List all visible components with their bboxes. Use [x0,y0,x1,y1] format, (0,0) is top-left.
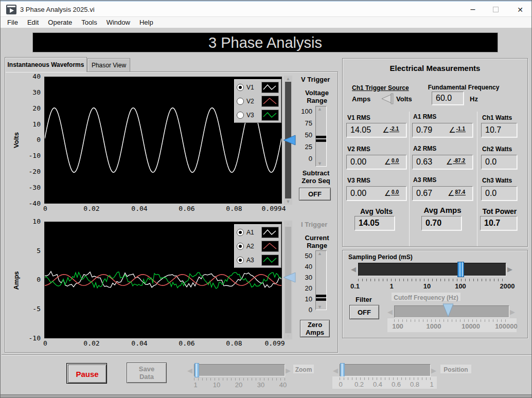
cutoff-tick: 100000 [495,322,517,330]
irange-tick: 0 [298,306,312,314]
voltage-range-slider[interactable]: ▲ ▼ [315,106,327,167]
amps-axis-label: Amps [12,266,20,295]
menu-help[interactable]: Help [135,17,158,27]
avg-amps-label: Avg Amps [412,206,473,215]
v1-radio[interactable] [237,84,244,91]
tab-label: Instantaneous Waveforms [8,61,84,68]
volt-xtick: 0.06 [179,205,194,212]
save-data-button[interactable]: Save Data [127,363,167,383]
legend-item-a2[interactable]: A2 [237,239,279,253]
position-tick: 1 [430,381,433,388]
a1-line-swatch[interactable] [261,227,279,238]
tab-phasor-view[interactable]: Phasor View [87,58,130,71]
angle-icon: ∠-87.2 [446,157,466,167]
maximize-button[interactable] [493,7,499,12]
slider-down-icon[interactable]: ▼ [317,304,322,310]
zoom-label: Zoom [293,365,314,373]
position-thumb[interactable] [340,363,345,377]
sampling-period-slider[interactable] [358,263,506,276]
volt-ytick: 40 [21,73,41,80]
volt-xtick: 0 [43,205,47,212]
filter-button[interactable]: OFF [349,305,379,319]
pause-button[interactable]: Pause [66,363,107,384]
i-trigger-level-pointer[interactable] [282,272,296,283]
sampling-tick: 100 [455,282,466,290]
slider-right-icon[interactable]: ▶ [431,365,436,377]
v2-radio[interactable] [237,98,244,105]
v3-rms-label: V3 RMS [347,177,370,184]
menu-operate[interactable]: Operate [43,17,77,27]
v-trigger-level-pointer[interactable] [282,135,296,146]
slider-right-icon[interactable]: ▶ [286,365,291,377]
zoom-thumb[interactable] [194,363,199,377]
menu-window[interactable]: Window [102,17,135,27]
window-title: 3 Phase Analysis 2025.vi [20,6,95,13]
tab-instantaneous-waveforms[interactable]: Instantaneous Waveforms [5,57,87,72]
i-trigger-title: I Trigger [301,221,327,228]
v3-line-swatch[interactable] [261,110,279,121]
divider [2,355,531,355]
slider-left-icon[interactable]: ◀ [387,306,393,318]
position-tick: 0.2 [354,381,364,388]
tot-power-value: 10.7 [480,216,517,230]
zoom-slider[interactable] [194,364,285,376]
menu-edit[interactable]: Edit [23,17,43,27]
slider-right-icon[interactable]: ▶ [510,306,515,318]
voltage-range-thumb[interactable] [316,136,326,142]
v2-line-swatch[interactable] [261,96,279,107]
trigger-source-switch[interactable] [379,93,395,104]
slider-up-icon[interactable]: ▲ [317,250,322,257]
scroll-down-icon[interactable]: ▼ [286,333,291,339]
current-range-label: Current Range [298,234,336,249]
a2-line-swatch[interactable] [261,241,279,252]
subtract-zero-seq-button[interactable]: OFF [299,188,331,201]
legend-item-v3[interactable]: V3 [237,108,279,122]
current-range-slider[interactable]: ▲ ▼ [315,250,327,310]
amp-xtick: 0.04 [131,339,147,347]
slider-left-icon[interactable]: ◀ [187,365,192,377]
position-tick: 0 [339,381,342,388]
ch2-watts-label: Ch2 Watts [482,146,512,153]
a2-radio[interactable] [237,243,244,250]
legend-item-a3[interactable]: A3 [237,253,279,267]
legend-item-a1[interactable]: A1 [237,225,279,239]
title-bar: 3 Phase Analysis 2025.vi – ✕ [1,1,532,17]
slider-down-icon[interactable]: ▼ [317,160,322,167]
a3-rms-value: 0.67 ∠87.4 [412,186,473,201]
zero-amps-button[interactable]: Zero Amps [300,320,330,337]
irange-tick: 30 [298,274,312,281]
v3-rms-value: 0.00 ∠0.0 [346,186,406,201]
close-button[interactable]: ✕ [512,4,528,16]
voltage-legend: V1 V2 V3 [234,79,281,123]
fundamental-frequency-field[interactable]: 60.0 [432,92,464,105]
window-bottom-edge [1,394,532,398]
scroll-down-icon[interactable]: ▼ [286,198,291,205]
legend-item-v1[interactable]: V1 [237,80,279,94]
v1-line-swatch[interactable] [261,82,279,93]
cutoff-frequency-thumb[interactable] [442,303,454,318]
sampling-minor-ticks [358,279,506,281]
position-slider[interactable] [340,364,431,376]
current-range-thumb[interactable] [316,295,326,301]
legend-item-v2[interactable]: V2 [237,94,279,108]
volt-xtick: 0.02 [83,205,99,212]
slider-left-icon[interactable]: ◀ [351,263,356,276]
scroll-up-icon[interactable]: ▲ [286,221,291,227]
a1-radio[interactable] [237,229,244,236]
slider-right-icon[interactable]: ▶ [507,263,512,276]
sampling-period-thumb[interactable] [457,262,464,277]
slider-up-icon[interactable]: ▲ [317,106,322,112]
menu-tools[interactable]: Tools [77,17,101,27]
scroll-up-icon[interactable]: ▲ [286,76,291,82]
menu-file[interactable]: File [3,17,23,27]
volt-xtick: 0.08 [226,205,242,212]
vrange-tick: 0 [298,155,312,162]
filter-label: Filter [356,296,372,303]
a3-radio[interactable] [237,257,244,264]
zoom-tick: 40 [279,381,287,389]
slider-left-icon[interactable]: ◀ [333,365,338,377]
a3-line-swatch[interactable] [261,255,279,266]
irange-tick: 50 [298,252,312,260]
v3-radio[interactable] [237,112,244,119]
minimize-button[interactable]: – [465,4,481,16]
